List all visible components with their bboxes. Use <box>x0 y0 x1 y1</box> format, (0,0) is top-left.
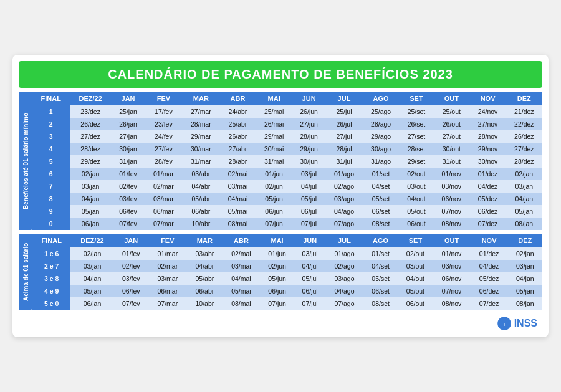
table-cell: 01/fev <box>114 247 148 260</box>
table-cell: 03/abr <box>182 168 219 180</box>
table-cell: 26/dez <box>506 130 542 143</box>
table-cell: 26/mai <box>256 118 292 130</box>
column-header: MAI <box>256 92 292 105</box>
table-cell: 02/jan <box>70 247 113 260</box>
table-cell: 28/ago <box>363 118 400 130</box>
column-header: DEZ/22 <box>70 92 112 105</box>
table-cell: 03/mai <box>219 180 256 193</box>
table-cell: 01/set <box>363 247 398 260</box>
table-cell: 02/mai <box>219 168 256 180</box>
table-cell: 07/fev <box>114 297 148 310</box>
table-cell: 05/set <box>363 272 398 285</box>
table-cell: 10/abr <box>187 297 223 310</box>
table-row: 905/jan06/fev06/mar06/abr05/mai06/jun06/… <box>32 205 542 218</box>
column-header: JAN <box>114 234 148 247</box>
table-cell: 06/jan <box>70 218 112 230</box>
table-cell: 26/jul <box>325 118 362 130</box>
table-cell: 10/abr <box>182 218 219 230</box>
column-header: MAI <box>260 234 294 247</box>
table-cell: 05/mai <box>219 205 256 218</box>
table-cell: 05/abr <box>182 193 219 205</box>
table-cell: 31/mai <box>256 155 292 168</box>
table-row: 1 e 602/jan01/fev01/mar03/abr02/mai01/ju… <box>32 247 542 260</box>
table-cell: 04/out <box>400 193 434 205</box>
table-cell: 26/abr <box>219 130 256 143</box>
table-cell: 01/set <box>363 168 400 180</box>
table-cell: 08/set <box>363 297 398 310</box>
section-1: Benefícios até 01 salário mínimo FINALDE… <box>19 92 542 230</box>
table-cell: 28/mar <box>182 118 219 130</box>
table-cell: 03/jan <box>70 180 112 193</box>
column-header: JUN <box>292 92 326 105</box>
table-cell: 04/abr <box>182 180 219 193</box>
table-cell: 03/jul <box>292 168 326 180</box>
table-cell: 1 e 6 <box>32 247 70 260</box>
table-cell: 31/jul <box>325 155 362 168</box>
table-cell: 28/dez <box>70 143 112 155</box>
table-cell: 04/jan <box>70 193 112 205</box>
table-cell: 03/ago <box>325 193 362 205</box>
table-cell: 05/jan <box>508 285 542 297</box>
column-header: SET <box>400 92 434 105</box>
table-cell: 01/dez <box>471 247 508 260</box>
table-cell: 06/nov <box>433 272 471 285</box>
table-cell: 27/set <box>400 130 434 143</box>
table-row: 5 e 006/jan07/fev07/mar10/abr08/mai07/ju… <box>32 297 542 310</box>
footer: i INSS <box>19 313 542 331</box>
column-header: SET <box>398 234 433 247</box>
table-cell: 03/nov <box>433 260 471 272</box>
table-cell: 06/abr <box>187 285 223 297</box>
table-cell: 28/set <box>400 143 434 155</box>
table-row: 123/dez25/jan17/fev27/mar24/abr25/mai26/… <box>32 105 542 118</box>
table-row: 226/dez26/jan23/fev28/mar25/abr26/mai27/… <box>32 118 542 130</box>
table-cell: 30/ago <box>363 143 400 155</box>
table-cell: 06/out <box>398 297 433 310</box>
table-cell: 06/out <box>400 218 434 230</box>
table-cell: 28/nov <box>469 130 506 143</box>
table-cell: 02/mar <box>148 260 187 272</box>
table-cell: 02/jun <box>260 260 294 272</box>
table-cell: 06/mar <box>145 205 182 218</box>
table-cell: 08/jan <box>508 297 542 310</box>
table-cell: 02/out <box>398 247 433 260</box>
table-cell: 04/set <box>363 260 398 272</box>
table-cell: 27/fev <box>145 143 182 155</box>
column-header: FEV <box>145 92 182 105</box>
table-cell: 01/nov <box>433 168 469 180</box>
table-cell: 25/out <box>433 105 469 118</box>
table-cell: 05/jun <box>260 272 294 285</box>
table-cell: 2 <box>32 118 70 130</box>
table-cell: 06/nov <box>433 193 469 205</box>
table-cell: 07/jun <box>256 218 292 230</box>
table-cell: 02/mai <box>223 247 260 260</box>
section2-table: FINALDEZ/22JANFEVMARABRMAIJUNJULAGOSETOU… <box>32 234 542 310</box>
column-header: JAN <box>112 92 145 105</box>
table-cell: 31/ago <box>363 155 400 168</box>
column-header: JUN <box>294 234 325 247</box>
table-cell: 03/jan <box>506 180 542 193</box>
table-row: 703/jan02/fev02/mar04/abr03/mai02/jun04/… <box>32 180 542 193</box>
table-cell: 25/ago <box>363 105 400 118</box>
column-header: NOV <box>471 234 508 247</box>
column-header: JUL <box>325 92 362 105</box>
table-cell: 30/jan <box>112 143 145 155</box>
column-header: ABR <box>223 234 260 247</box>
column-header: FINAL <box>32 234 70 247</box>
table-cell: 24/abr <box>219 105 256 118</box>
table-row: 3 e 804/jan03/fev03/mar05/abr04/mai05/ju… <box>32 272 542 285</box>
table-cell: 03/fev <box>114 272 148 285</box>
table-cell: 23/dez <box>70 105 112 118</box>
section1-table: FINALDEZ/22JANFEVMARABRMAIJUNJULAGOSETOU… <box>32 92 542 230</box>
table-cell: 05/jan <box>70 205 112 218</box>
table-cell: 24/nov <box>469 105 506 118</box>
table-cell: 02/ago <box>325 260 363 272</box>
table-cell: 03/nov <box>433 180 469 193</box>
main-card: CALENDÁRIO DE PAGAMENTO DE BENEFÍCIOS 20… <box>12 55 549 337</box>
section-2: Acima de 01 salário FINALDEZ/22JANFEVMAR… <box>19 234 542 310</box>
table-cell: 03/abr <box>187 247 223 260</box>
section1-table-wrapper: FINALDEZ/22JANFEVMARABRMAIJUNJULAGOSETOU… <box>32 92 542 230</box>
table-cell: 05/out <box>398 285 433 297</box>
table-cell: 24/fev <box>145 130 182 143</box>
table-cell: 04/jul <box>294 260 325 272</box>
table-cell: 05/abr <box>187 272 223 285</box>
